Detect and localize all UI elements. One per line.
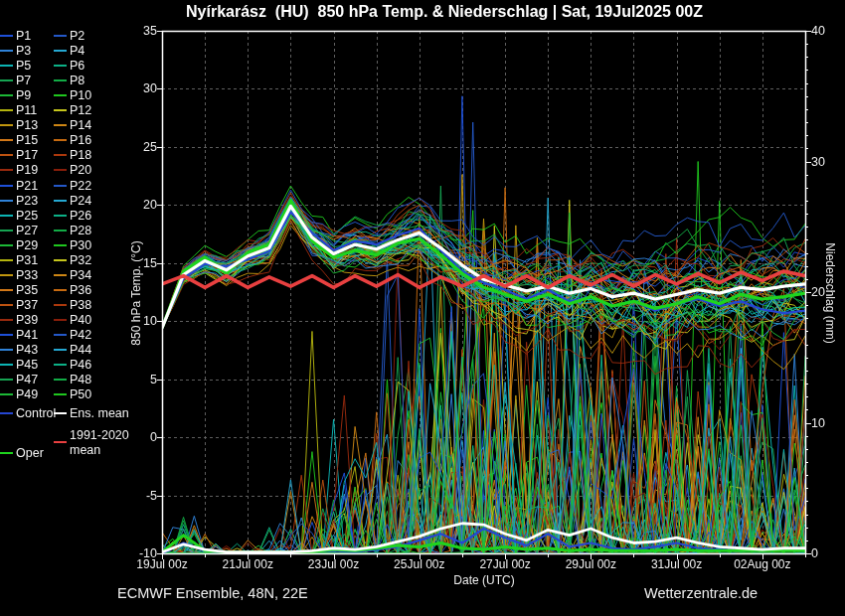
date-axis-tick-0: 19Jul 00z — [119, 557, 205, 571]
member-line-swatch — [54, 35, 67, 37]
member-line-swatch — [54, 109, 67, 111]
legend-label-member: P8 — [70, 74, 84, 88]
legend-item-ens-mean: Ens. mean — [54, 406, 161, 421]
legend-label-member: P35 — [16, 283, 38, 298]
member-line-swatch — [54, 50, 67, 52]
legend-item-p29: P29 — [0, 238, 54, 253]
legend-item-p15: P15 — [0, 133, 54, 148]
legend-item-p22: P22 — [54, 179, 107, 194]
legend-label-member: P18 — [70, 148, 91, 163]
y-axis-right-title: Niederschlag (mm) — [823, 242, 837, 343]
legend-label-member: P21 — [16, 179, 38, 194]
member-line-swatch — [54, 393, 67, 395]
legend-label-member: P9 — [16, 88, 31, 103]
legend-item-p8: P8 — [54, 74, 107, 88]
legend-label-member: P26 — [70, 209, 91, 224]
member-line-swatch — [0, 65, 13, 67]
member-line-swatch — [0, 259, 13, 261]
temp-axis-tick--5: -5 — [125, 489, 157, 503]
legend-item-p9: P9 — [0, 88, 54, 103]
legend-label-member: P3 — [16, 44, 31, 59]
date-axis-tick-1: 21Jul 00z — [205, 557, 290, 571]
member-line-swatch — [54, 185, 67, 187]
legend-item-p26: P26 — [54, 209, 107, 224]
legend-label-member: P46 — [70, 358, 91, 373]
temp-axis-tick-15: 15 — [125, 256, 157, 270]
date-axis-tick-2: 23Jul 00z — [291, 557, 377, 571]
legend-label-member: P44 — [70, 343, 91, 358]
legend-label-member: P13 — [16, 118, 38, 133]
legend-label-member: P11 — [16, 103, 37, 118]
legend-label-member: P39 — [16, 313, 38, 328]
legend-label-member: P31 — [16, 253, 38, 268]
legend-label-member: P37 — [16, 298, 38, 313]
member-line-swatch — [54, 379, 67, 381]
legend-label-member: P42 — [70, 328, 91, 343]
legend-item-oper: Oper — [0, 446, 54, 461]
legend-item-p40: P40 — [54, 313, 107, 328]
legend-item-p30: P30 — [54, 238, 107, 253]
member-line-swatch — [54, 65, 67, 67]
precip-axis-tick-0: 0 — [811, 546, 818, 560]
member-line-swatch — [54, 274, 67, 276]
legend-item-p38: P38 — [54, 298, 107, 313]
precip-axis-tick-40: 40 — [811, 24, 825, 38]
legend-item-p16: P16 — [54, 133, 107, 148]
temp-axis-tick-20: 20 — [125, 198, 157, 212]
legend-label-member: P24 — [70, 194, 91, 209]
member-line-swatch — [54, 215, 67, 217]
member-line-swatch — [0, 79, 13, 81]
legend-label-member: P38 — [70, 298, 91, 313]
legend-item-p21: P21 — [0, 179, 54, 194]
legend-label-member: P22 — [70, 179, 91, 194]
legend-label-member: P4 — [70, 44, 84, 59]
legend-item-control: Control — [0, 406, 54, 421]
legend-label-member: P34 — [70, 268, 91, 283]
date-axis-tick-3: 25Jul 00z — [377, 557, 462, 571]
legend-item-p2: P2 — [54, 29, 107, 44]
member-line-swatch — [0, 50, 13, 52]
footer-model-info: ECMWF Ensemble, 48N, 22E — [117, 585, 308, 601]
member-line-swatch — [54, 200, 67, 202]
date-axis-tick-4: 27Jul 00z — [462, 557, 548, 571]
temp-axis-tick-10: 10 — [125, 314, 157, 328]
member-line-swatch — [54, 259, 67, 261]
legend-item-p14: P14 — [54, 118, 107, 133]
legend-label-member: P43 — [16, 343, 38, 358]
member-line-swatch — [0, 139, 13, 141]
member-line-swatch — [0, 274, 13, 276]
legend-label-member: P48 — [70, 373, 91, 387]
legend-item-p47: P47 — [0, 373, 54, 387]
legend-label-member: P30 — [70, 238, 91, 253]
legend-item-p19: P19 — [0, 163, 54, 178]
x-axis-title: Date (UTC) — [453, 573, 514, 587]
legend-item-p7: P7 — [0, 74, 54, 88]
legend-label-member: P16 — [70, 133, 91, 148]
member-line-swatch — [0, 94, 13, 96]
legend-label-member: P6 — [70, 59, 84, 74]
legend-label-member: P28 — [70, 224, 91, 238]
legend-item-p4: P4 — [54, 44, 107, 59]
legend-label-member: P1 — [16, 29, 31, 44]
member-line-swatch — [54, 154, 67, 156]
ens-mean-line-swatch — [54, 412, 67, 414]
temp-axis-tick-25: 25 — [125, 140, 157, 154]
member-line-swatch — [0, 334, 13, 336]
legend-item-p50: P50 — [54, 387, 107, 402]
legend-item-p10: P10 — [54, 88, 107, 103]
legend-label-ens-mean: Ens. mean — [70, 406, 129, 421]
legend-label-member: P5 — [16, 59, 31, 74]
legend-label-member: P32 — [70, 253, 91, 268]
member-line-swatch — [54, 169, 67, 171]
member-line-swatch — [0, 230, 13, 231]
legend-item-p48: P48 — [54, 373, 107, 387]
legend-item-p12: P12 — [54, 103, 107, 118]
legend-item-p49: P49 — [0, 387, 54, 402]
member-line-swatch — [0, 154, 13, 156]
member-line-swatch — [0, 35, 13, 37]
member-line-swatch — [0, 304, 13, 306]
member-line-swatch — [54, 319, 67, 321]
legend-label-member: P19 — [16, 163, 38, 178]
legend-item-p13: P13 — [0, 118, 54, 133]
member-line-swatch — [54, 289, 67, 291]
